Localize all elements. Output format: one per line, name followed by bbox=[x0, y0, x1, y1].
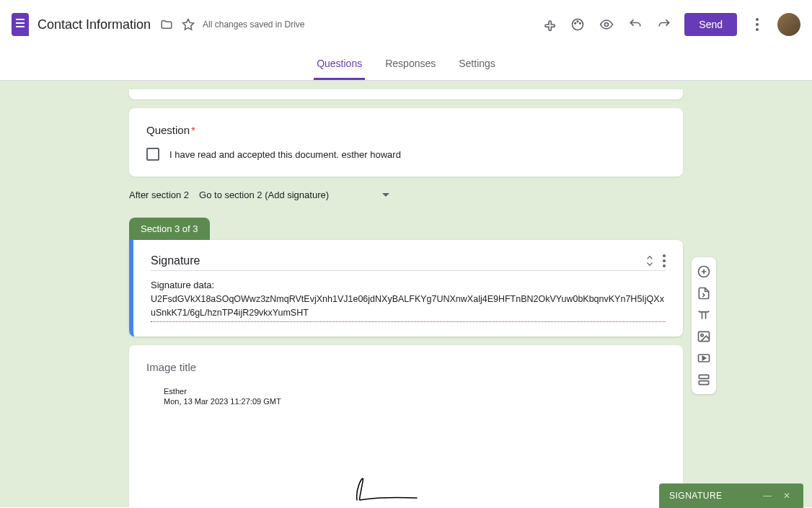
section-badge: Section 3 of 3 bbox=[129, 218, 210, 240]
signature-section-card[interactable]: Signature Signature data: U2FsdGVkX18aSO… bbox=[129, 240, 683, 337]
preview-icon[interactable] bbox=[598, 16, 615, 33]
tab-responses[interactable]: Responses bbox=[382, 49, 438, 80]
image-card[interactable]: Image title Esther Mon, 13 Mar 2023 11:2… bbox=[129, 345, 683, 508]
main-tabs: Questions Responses Settings bbox=[0, 49, 812, 81]
more-options-icon[interactable] bbox=[749, 16, 766, 33]
close-icon[interactable]: ✕ bbox=[783, 491, 793, 501]
svg-point-7 bbox=[701, 334, 703, 337]
save-status: All changes saved in Drive bbox=[203, 19, 304, 30]
undo-icon[interactable] bbox=[627, 16, 644, 33]
svg-rect-9 bbox=[699, 375, 708, 378]
card-fragment bbox=[129, 89, 683, 99]
svg-point-4 bbox=[605, 23, 609, 27]
signature-timestamp: Mon, 13 Mar 2023 11:27:09 GMT bbox=[164, 396, 666, 406]
folder-icon[interactable] bbox=[159, 17, 174, 32]
question-card[interactable]: Question* I have read and accepted this … bbox=[129, 108, 683, 177]
add-image-icon[interactable] bbox=[692, 326, 716, 347]
svg-point-1 bbox=[575, 23, 576, 24]
tab-settings[interactable]: Settings bbox=[456, 49, 498, 80]
add-question-icon[interactable] bbox=[692, 262, 716, 282]
svg-point-3 bbox=[580, 23, 581, 24]
svg-point-2 bbox=[577, 21, 578, 22]
send-button[interactable]: Send bbox=[684, 13, 737, 36]
minimize-icon[interactable]: — bbox=[763, 491, 773, 501]
add-video-icon[interactable] bbox=[692, 348, 716, 368]
signature-data-label: Signature data: bbox=[151, 280, 666, 290]
required-asterisk: * bbox=[191, 124, 195, 136]
app-header: Contact Information All changes saved in… bbox=[0, 0, 812, 49]
document-title[interactable]: Contact Information bbox=[37, 17, 151, 32]
tab-questions[interactable]: Questions bbox=[314, 49, 365, 80]
signature-image bbox=[146, 406, 666, 507]
section-more-icon[interactable] bbox=[663, 254, 666, 267]
form-canvas: Question* I have read and accepted this … bbox=[0, 81, 812, 507]
question-title: Question* bbox=[146, 124, 666, 136]
addon-icon[interactable] bbox=[540, 16, 557, 33]
star-icon[interactable] bbox=[181, 17, 195, 32]
section-destination-select[interactable]: Go to section 2 (Add signature) bbox=[199, 187, 389, 203]
user-avatar[interactable] bbox=[777, 13, 800, 36]
section-navigation: After section 2 Go to section 2 (Add sig… bbox=[129, 185, 683, 218]
add-section-icon[interactable] bbox=[692, 370, 716, 390]
signature-drawing-icon bbox=[348, 475, 420, 504]
signature-snackbar: SIGNATURE — ✕ bbox=[659, 484, 803, 508]
collapse-icon[interactable] bbox=[645, 256, 654, 266]
after-section-label: After section 2 bbox=[129, 190, 189, 200]
forms-logo-icon bbox=[12, 13, 29, 36]
signer-name: Esther bbox=[164, 386, 666, 396]
add-title-icon[interactable] bbox=[692, 305, 716, 325]
question-toolbar bbox=[692, 257, 716, 394]
svg-rect-10 bbox=[699, 381, 708, 385]
checkbox-label: I have read and accepted this document. … bbox=[169, 149, 401, 160]
checkbox-option[interactable] bbox=[146, 148, 159, 161]
signature-data-value[interactable]: U2FsdGVkX18aSOqOWwz3zNmqRVtEvjXnh1VJ1e06… bbox=[151, 293, 666, 322]
redo-icon[interactable] bbox=[656, 16, 673, 33]
chevron-down-icon bbox=[382, 193, 389, 197]
image-title[interactable]: Image title bbox=[146, 361, 666, 373]
palette-icon[interactable] bbox=[569, 16, 586, 33]
import-questions-icon[interactable] bbox=[692, 283, 716, 303]
snackbar-label: SIGNATURE bbox=[669, 491, 723, 501]
signature-title-input[interactable]: Signature bbox=[151, 254, 645, 267]
